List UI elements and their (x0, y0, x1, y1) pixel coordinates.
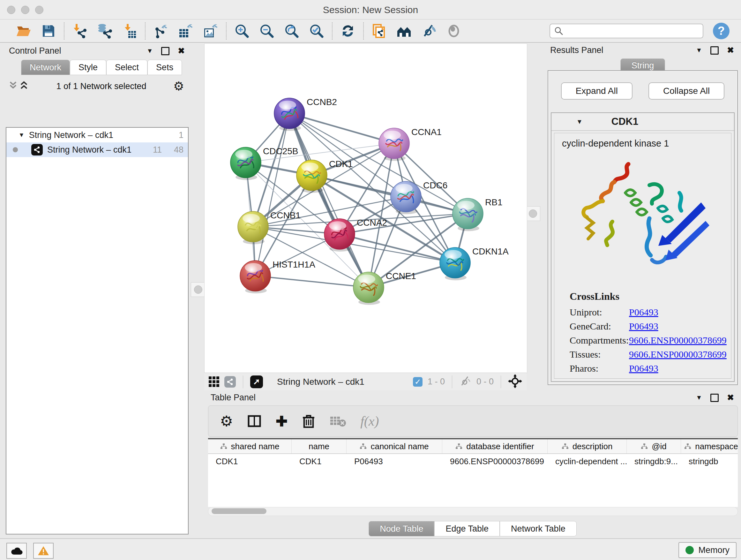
collapse-all-button[interactable]: Collapse All (649, 82, 724, 100)
column-header-shared-name[interactable]: shared name (208, 439, 292, 453)
column-header--id[interactable]: @id (627, 439, 681, 453)
network-edge-HIST1H1A-CCNE1[interactable] (255, 276, 368, 287)
network-overview-icon[interactable] (224, 376, 236, 388)
results-panel-float-icon[interactable] (711, 46, 719, 55)
table-cell[interactable]: P06493 (347, 454, 442, 469)
crosslink-compartments-link[interactable]: 9606.ENSP00000378699 (629, 335, 727, 346)
network-row[interactable]: String Network – cdk1 11 48 (6, 142, 188, 157)
gene-section-expander-icon[interactable]: ▼ (576, 118, 583, 125)
string-query-docs-icon[interactable] (371, 23, 387, 39)
scrollbar-thumb[interactable] (212, 508, 266, 514)
network-node-HIST1H1A[interactable]: HIST1H1A (240, 260, 315, 294)
delete-column-trash-icon[interactable] (301, 414, 316, 428)
zoom-fit-icon[interactable] (283, 23, 300, 39)
crosslink-uniprot-link[interactable]: P06493 (629, 307, 658, 318)
control-panel-float-icon[interactable] (161, 47, 170, 55)
column-header-canonical-name[interactable]: canonical name (347, 439, 442, 453)
expand-all-button[interactable]: Expand All (561, 82, 632, 100)
apply-layout-refresh-icon[interactable] (340, 23, 356, 39)
hidden-items-icon (459, 375, 471, 388)
network-canvas[interactable]: CCNB2CCNA1CDC25BCDK1CDC6RB1CCNB1CCNA2CDK… (204, 44, 527, 373)
show-columns-icon[interactable] (247, 414, 262, 428)
open-session-icon[interactable] (15, 23, 32, 39)
network-node-CDC25B[interactable]: CDC25B (230, 146, 298, 180)
fit-selected-crosshair-icon[interactable] (508, 374, 522, 389)
results-panel-close-icon[interactable]: ✖ (727, 45, 734, 55)
eye-disabled-icon[interactable] (446, 23, 462, 39)
left-splitter[interactable] (192, 44, 204, 539)
network-node-CCNA1[interactable]: CCNA1 (379, 127, 442, 161)
status-bar: Memory (0, 538, 741, 560)
import-network-from-database-icon[interactable] (96, 23, 113, 39)
collapse-all-networks-icon[interactable] (8, 80, 18, 92)
help-button[interactable]: ? (713, 23, 730, 39)
save-session-icon[interactable] (40, 23, 57, 39)
zoom-in-icon[interactable] (233, 23, 250, 39)
table-cell[interactable]: stringdb:9... (627, 454, 681, 469)
table-cell[interactable]: CDK1 (208, 454, 292, 469)
expand-all-networks-icon[interactable] (18, 80, 29, 92)
tab-node-table[interactable]: Node Table (368, 521, 434, 537)
table-cell[interactable]: cyclin-dependent ... (548, 454, 627, 469)
tab-network-table[interactable]: Network Table (500, 521, 577, 537)
tab-style[interactable]: Style (70, 60, 106, 75)
table-panel-float-icon[interactable] (711, 394, 719, 402)
network-edge-CCNB2-HIST1H1A[interactable] (255, 113, 289, 276)
import-table-from-file-icon[interactable] (121, 23, 138, 39)
detach-view-icon[interactable]: ➚ (250, 375, 263, 388)
network-node-CDK1[interactable]: CDK1 (296, 159, 353, 193)
tab-edge-table[interactable]: Edge Table (434, 521, 500, 537)
column-header-namespace[interactable]: namespace (681, 439, 738, 453)
network-node-CCNB2[interactable]: CCNB2 (274, 97, 337, 131)
network-node-CCNB1[interactable]: CCNB1 (238, 210, 300, 244)
export-table-icon[interactable] (178, 23, 194, 39)
network-options-gear-icon[interactable]: ⚙ (173, 80, 184, 92)
import-network-from-file-icon[interactable] (71, 23, 88, 39)
cloud-status-button[interactable] (6, 543, 27, 559)
table-cell[interactable]: 9606.ENSP00000378699 (442, 454, 548, 469)
crosslink-pharos-link[interactable]: P06493 (629, 363, 658, 374)
column-header-description[interactable]: description (548, 439, 627, 453)
right-splitter[interactable] (527, 44, 539, 391)
table-panel-close-icon[interactable]: ✖ (727, 393, 734, 402)
network-collection-row[interactable]: ▼ String Network – cdk1 1 (6, 128, 188, 142)
crosslink-genecard-link[interactable]: P06493 (629, 321, 658, 332)
search-input[interactable] (566, 25, 699, 36)
network-node-RB1[interactable]: RB1 (453, 197, 502, 231)
zoom-out-icon[interactable] (259, 23, 275, 39)
title-bar: Session: New Session (0, 0, 741, 19)
warning-status-button[interactable] (33, 543, 54, 559)
crosslink-tissues-link[interactable]: 9606.ENSP00000378699 (629, 349, 727, 360)
grid-view-icon[interactable] (209, 376, 219, 387)
collection-expander-icon[interactable]: ▼ (18, 132, 24, 138)
network-edge-CCNA2-CDKN1A[interactable] (340, 234, 455, 263)
table-row[interactable]: CDK1CDK1P064939606.ENSP00000378699cyclin… (208, 454, 738, 469)
tab-select[interactable]: Select (106, 60, 147, 75)
control-panel-menu-icon[interactable]: ▼ (146, 47, 153, 55)
search-field[interactable] (549, 23, 703, 38)
control-panel-close-icon[interactable]: ✖ (178, 46, 185, 56)
column-header-database-identifier[interactable]: database identifier (442, 439, 548, 453)
hide-glasses-icon[interactable] (421, 23, 437, 39)
memory-button[interactable]: Memory (678, 542, 737, 558)
tab-sets[interactable]: Sets (147, 60, 182, 75)
table-options-gear-icon[interactable]: ⚙ (220, 413, 233, 430)
selected-nodes-checkbox-icon[interactable]: ✓ (413, 377, 422, 387)
tab-network[interactable]: Network (21, 60, 70, 75)
table-cell[interactable]: CDK1 (292, 454, 347, 469)
crosslink-label: Compartments: (569, 335, 629, 346)
results-panel-menu-icon[interactable]: ▼ (696, 47, 702, 54)
export-network-icon[interactable] (152, 23, 169, 39)
network-edge-CCNB2-CCNA1[interactable] (289, 113, 394, 143)
right-splitter-handle[interactable] (526, 206, 540, 221)
add-column-icon[interactable]: ✚ (276, 413, 287, 429)
left-splitter-handle[interactable] (191, 282, 205, 297)
zoom-selected-icon[interactable] (308, 23, 325, 39)
table-cell[interactable]: stringdb (681, 454, 738, 469)
column-header-name[interactable]: name (292, 439, 347, 453)
network-node-CDKN1A[interactable]: CDKN1A (440, 246, 509, 280)
table-horizontal-scrollbar[interactable] (208, 507, 738, 516)
table-panel-menu-icon[interactable]: ▼ (696, 394, 702, 401)
export-image-icon[interactable] (202, 23, 219, 39)
string-homes-icon[interactable] (396, 23, 412, 39)
